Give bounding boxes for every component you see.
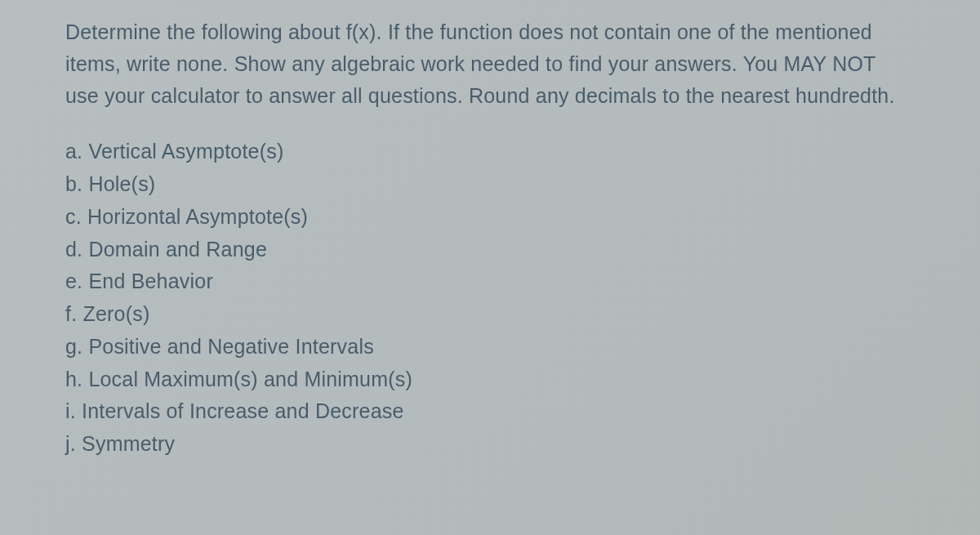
instructions-text: Determine the following about f(x). If t… [65, 16, 915, 111]
list-item: c. Horizontal Asymptote(s) [65, 201, 915, 233]
item-text: Intervals of Increase and Decrease [82, 399, 404, 422]
item-label: b. [65, 172, 82, 195]
list-item: f. Zero(s) [65, 298, 915, 330]
list-item: h. Local Maximum(s) and Minimum(s) [65, 363, 915, 395]
list-item: b. Hole(s) [65, 168, 915, 200]
question-content: Determine the following about f(x). If t… [0, 0, 980, 477]
item-text: Zero(s) [82, 302, 149, 325]
question-list: a. Vertical Asymptote(s) b. Hole(s) c. H… [65, 136, 915, 460]
item-label: g. [65, 335, 82, 358]
item-text: Horizontal Asymptote(s) [87, 205, 308, 228]
list-item: j. Symmetry [65, 428, 915, 460]
item-text: Vertical Asymptote(s) [88, 140, 283, 163]
item-text: Domain and Range [88, 238, 267, 261]
list-item: e. End Behavior [65, 265, 915, 297]
item-label: e. [65, 270, 82, 292]
item-label: i. [65, 399, 76, 422]
list-item: d. Domain and Range [65, 234, 915, 265]
item-text: Local Maximum(s) and Minimum(s) [88, 368, 412, 390]
list-item: i. Intervals of Increase and Decrease [65, 395, 915, 427]
item-text: Hole(s) [88, 172, 155, 195]
item-label: f. [65, 302, 77, 325]
item-label: a. [65, 140, 82, 163]
item-label: j. [65, 432, 76, 455]
item-label: d. [65, 238, 82, 261]
list-item: a. Vertical Asymptote(s) [65, 136, 915, 167]
list-item: g. Positive and Negative Intervals [65, 331, 915, 363]
item-label: c. [65, 205, 82, 228]
item-text: Symmetry [82, 432, 175, 455]
item-label: h. [65, 368, 82, 390]
item-text: Positive and Negative Intervals [88, 335, 373, 358]
item-text: End Behavior [88, 270, 213, 292]
